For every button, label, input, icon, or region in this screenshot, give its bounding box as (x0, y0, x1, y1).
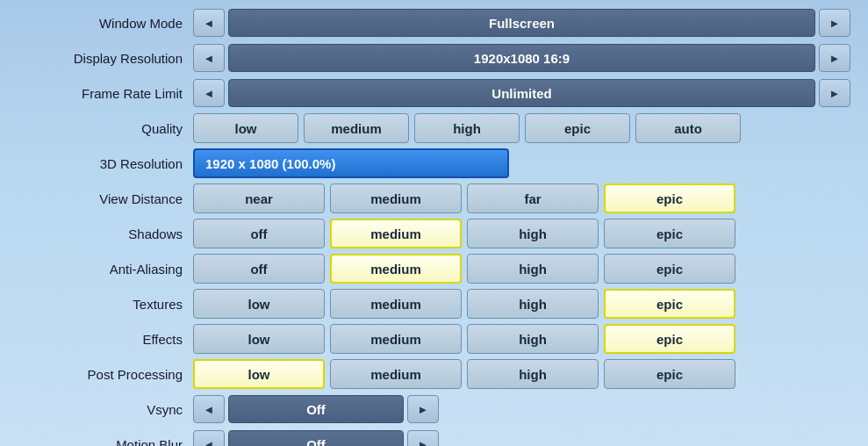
quality-medium[interactable]: medium (304, 113, 409, 143)
post-processing-low[interactable]: low (193, 359, 325, 389)
frame-rate-left[interactable]: ◄ (193, 79, 225, 107)
anti-aliasing-off[interactable]: off (193, 254, 325, 284)
frame-rate-label: Frame Rate Limit (18, 86, 193, 101)
quality-epic[interactable]: epic (525, 113, 630, 143)
textures-row: Textures low medium high epic (18, 288, 850, 320)
view-distance-far[interactable]: far (467, 183, 599, 213)
post-processing-medium[interactable]: medium (330, 359, 462, 389)
view-distance-row: View Distance near medium far epic (18, 183, 850, 214)
3d-resolution-value[interactable]: 1920 x 1080 (100.0%) (193, 148, 509, 178)
effects-low[interactable]: low (193, 324, 325, 354)
view-distance-epic[interactable]: epic (604, 183, 735, 213)
post-processing-options: low medium high epic (193, 359, 850, 389)
window-mode-value: Fullscreen (228, 9, 815, 37)
post-processing-high[interactable]: high (467, 359, 599, 389)
quality-auto[interactable]: auto (635, 113, 741, 143)
3d-resolution-row: 3D Resolution 1920 x 1080 (100.0%) (18, 147, 850, 179)
shadows-label: Shadows (18, 227, 193, 241)
effects-label: Effects (18, 332, 193, 347)
display-resolution-label: Display Resolution (18, 51, 193, 66)
view-distance-medium[interactable]: medium (330, 183, 462, 213)
vsync-row: Vsync ◄ Off ► (18, 393, 850, 425)
motion-blur-row: Motion Blur ◄ Off ► (18, 428, 850, 446)
display-resolution-value: 1920x1080 16:9 (228, 44, 815, 72)
shadows-off[interactable]: off (193, 219, 325, 248)
3d-resolution-controls: 1920 x 1080 (100.0%) (193, 148, 850, 178)
frame-rate-value: Unlimited (228, 79, 815, 107)
window-mode-row: Window Mode ◄ Fullscreen ► (18, 7, 850, 39)
frame-rate-row: Frame Rate Limit ◄ Unlimited ► (18, 77, 850, 109)
textures-high[interactable]: high (467, 289, 599, 319)
anti-aliasing-label: Anti-Aliasing (18, 262, 193, 277)
vsync-controls: ◄ Off ► (193, 395, 491, 423)
vsync-right[interactable]: ► (407, 395, 439, 423)
view-distance-options: near medium far epic (193, 183, 850, 213)
shadows-options: off medium high epic (193, 219, 850, 248)
display-resolution-row: Display Resolution ◄ 1920x1080 16:9 ► (18, 42, 850, 74)
display-resolution-left[interactable]: ◄ (193, 44, 225, 72)
window-mode-left[interactable]: ◄ (193, 9, 225, 37)
motion-blur-right[interactable]: ► (407, 430, 439, 446)
vsync-value: Off (228, 395, 404, 423)
frame-rate-right[interactable]: ► (819, 79, 850, 107)
quality-row: Quality low medium high epic auto (18, 112, 850, 144)
textures-label: Textures (18, 297, 193, 312)
post-processing-row: Post Processing low medium high epic (18, 358, 850, 390)
effects-epic[interactable]: epic (604, 324, 735, 354)
quality-options: low medium high epic auto (193, 113, 850, 143)
3d-resolution-label: 3D Resolution (18, 156, 193, 171)
post-processing-label: Post Processing (18, 367, 193, 382)
textures-options: low medium high epic (193, 289, 850, 319)
vsync-label: Vsync (18, 402, 193, 417)
view-distance-near[interactable]: near (193, 183, 325, 213)
textures-medium[interactable]: medium (330, 289, 462, 319)
view-distance-label: View Distance (18, 191, 193, 206)
anti-aliasing-row: Anti-Aliasing off medium high epic (18, 253, 850, 284)
anti-aliasing-medium[interactable]: medium (330, 254, 462, 284)
post-processing-epic[interactable]: epic (604, 359, 735, 389)
quality-low[interactable]: low (193, 113, 298, 143)
vsync-left[interactable]: ◄ (193, 395, 225, 423)
window-mode-label: Window Mode (18, 16, 193, 31)
effects-high[interactable]: high (467, 324, 599, 354)
shadows-row: Shadows off medium high epic (18, 218, 850, 249)
motion-blur-label: Motion Blur (18, 437, 193, 447)
textures-epic[interactable]: epic (604, 289, 735, 319)
shadows-epic[interactable]: epic (604, 219, 735, 248)
quality-high[interactable]: high (414, 113, 520, 143)
display-resolution-right[interactable]: ► (819, 44, 850, 72)
shadows-medium[interactable]: medium (330, 219, 462, 248)
motion-blur-left[interactable]: ◄ (193, 430, 225, 446)
quality-label: Quality (18, 121, 193, 136)
anti-aliasing-high[interactable]: high (467, 254, 599, 284)
effects-options: low medium high epic (193, 324, 850, 354)
window-mode-right[interactable]: ► (819, 9, 850, 37)
anti-aliasing-epic[interactable]: epic (604, 254, 735, 284)
effects-row: Effects low medium high epic (18, 323, 850, 355)
anti-aliasing-options: off medium high epic (193, 254, 850, 284)
effects-medium[interactable]: medium (330, 324, 462, 354)
textures-low[interactable]: low (193, 289, 325, 319)
shadows-high[interactable]: high (467, 219, 599, 248)
motion-blur-value: Off (228, 430, 404, 446)
motion-blur-controls: ◄ Off ► (193, 430, 491, 446)
